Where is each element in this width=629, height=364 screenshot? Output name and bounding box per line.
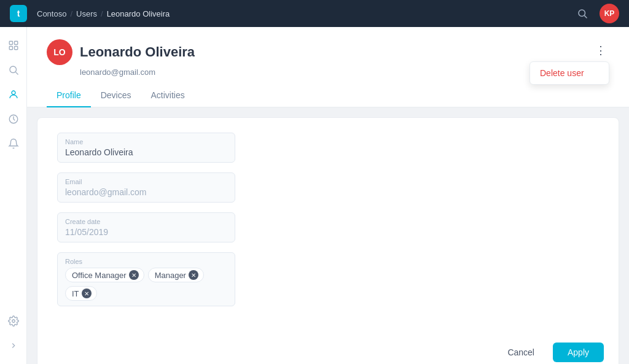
main-layout: LO Leonardo Oliveira leonardo@gmail.com … [0, 27, 629, 364]
email-input[interactable]: Email leonardo@gmail.com [57, 172, 235, 203]
apply-button[interactable]: Apply [553, 343, 604, 362]
tab-devices[interactable]: Devices [91, 84, 141, 107]
svg-rect-4 [9, 47, 12, 50]
remove-manager-btn[interactable]: ✕ [189, 270, 198, 280]
sidebar-item-search[interactable] [2, 59, 25, 81]
sidebar-item-notifications[interactable] [2, 133, 25, 155]
breadcrumb: Contoso / Users / Leonardo Oliveira [37, 9, 170, 18]
delete-user-item[interactable]: Delete user [530, 62, 609, 84]
search-icon[interactable] [572, 4, 592, 23]
top-nav-actions: KP [572, 4, 619, 23]
user-avatar: LO [47, 39, 72, 65]
email-field: Email leonardo@gmail.com [57, 172, 599, 203]
sidebar-item-dashboard[interactable] [2, 34, 25, 56]
svg-rect-2 [9, 41, 12, 44]
sidebar-item-activity[interactable] [2, 108, 25, 130]
name-input[interactable]: Name Leonardo Oliveira [57, 133, 235, 163]
tabs-bar: Profile Devices Activities [47, 84, 609, 107]
user-title-row: LO Leonardo Oliveira [47, 39, 609, 65]
svg-rect-3 [14, 41, 17, 44]
sidebar-bottom [2, 310, 25, 357]
roles-container[interactable]: Roles Office Manager ✕ Manager ✕ IT ✕ [57, 252, 235, 306]
app-logo[interactable]: t [10, 5, 27, 22]
sidebar-item-settings[interactable] [2, 310, 25, 332]
tab-profile[interactable]: Profile [47, 84, 91, 107]
svg-point-10 [12, 320, 15, 323]
svg-line-7 [15, 72, 18, 74]
cancel-button[interactable]: Cancel [495, 343, 547, 362]
remove-office-manager-btn[interactable]: ✕ [129, 270, 139, 280]
svg-point-6 [10, 66, 17, 73]
profile-form: Name Leonardo Oliveira Email leonardo@gm… [37, 117, 619, 364]
remove-it-btn[interactable]: ✕ [82, 288, 92, 298]
svg-point-0 [579, 10, 585, 17]
user-header: LO Leonardo Oliveira leonardo@gmail.com … [27, 27, 629, 107]
roles-field: Roles Office Manager ✕ Manager ✕ IT ✕ [57, 252, 599, 306]
role-tag-office-manager: Office Manager ✕ [65, 268, 144, 282]
svg-rect-5 [14, 47, 17, 50]
top-navbar: t Contoso / Users / Leonardo Oliveira KP [0, 0, 629, 27]
more-options-button[interactable]: ⋮ [592, 42, 609, 59]
tab-activities[interactable]: Activities [141, 84, 194, 107]
create-date-input: Create date 11/05/2019 [57, 212, 235, 242]
form-actions: Cancel Apply [495, 343, 604, 362]
user-name: Leonardo Oliveira [80, 44, 195, 60]
svg-point-8 [12, 91, 15, 95]
role-tag-it: IT ✕ [65, 286, 97, 301]
main-content: LO Leonardo Oliveira leonardo@gmail.com … [27, 27, 629, 364]
name-field: Name Leonardo Oliveira [57, 133, 599, 163]
role-tag-manager: Manager ✕ [148, 268, 204, 282]
user-avatar-btn[interactable]: KP [600, 4, 619, 23]
create-date-field: Create date 11/05/2019 [57, 212, 599, 242]
svg-line-1 [584, 15, 587, 18]
sidebar [0, 27, 27, 364]
sidebar-item-users[interactable] [2, 83, 25, 106]
roles-list: Office Manager ✕ Manager ✕ IT ✕ [65, 268, 227, 301]
dropdown-menu: Delete user [529, 61, 609, 85]
sidebar-expand-btn[interactable] [2, 335, 25, 357]
